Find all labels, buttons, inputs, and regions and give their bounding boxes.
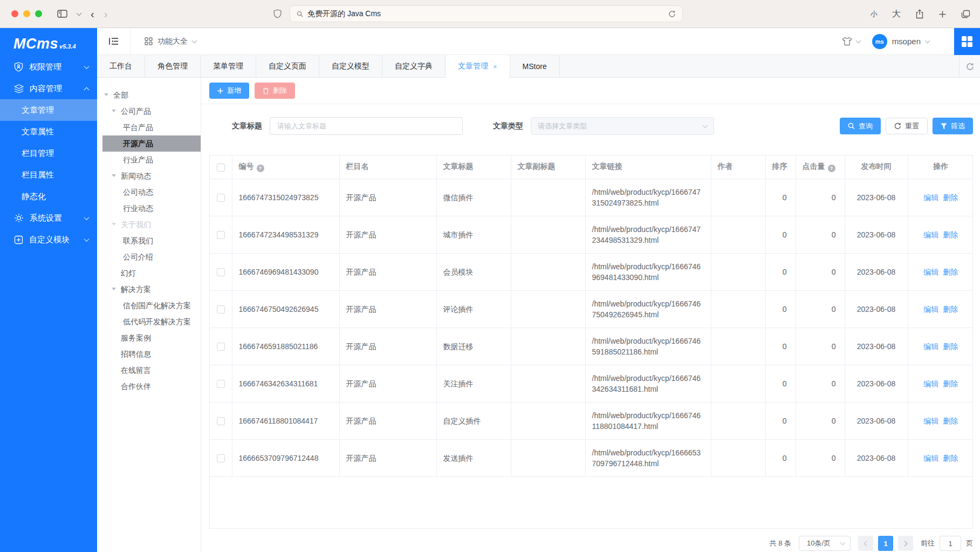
help-icon[interactable]: ? [257,165,264,172]
tree-node[interactable]: 信创国产化解决方案 [97,297,201,314]
delete-link[interactable]: 删除 [943,415,958,426]
tree-node[interactable]: 公司动态 [97,184,201,200]
tree-expand-icon[interactable] [112,174,116,177]
delete-link[interactable]: 删除 [943,192,958,203]
row-checkbox[interactable] [217,194,225,202]
row-checkbox[interactable] [217,454,225,462]
text-larger-button[interactable]: 大 [892,9,901,20]
close-window-button[interactable] [11,10,18,17]
tree-node[interactable]: 合作伙伴 [97,378,201,394]
edit-link[interactable]: 编辑 [923,304,938,315]
edit-link[interactable]: 编辑 [923,378,938,389]
minimize-window-button[interactable] [23,10,30,17]
delete-link[interactable]: 删除 [943,267,958,277]
tab[interactable]: 菜单管理 [201,55,256,78]
tree-node[interactable]: 开源产品 [102,135,201,152]
tab[interactable]: 自定义字典 [382,55,446,78]
browser-sidebar-toggle-icon[interactable] [57,10,67,18]
zoom-window-button[interactable] [35,10,42,17]
tree-node[interactable]: 低代码开发解决方案 [97,314,201,330]
tree-node[interactable]: 行业动态 [97,200,201,216]
privacy-shield-icon[interactable] [273,9,282,18]
tab[interactable]: 文章管理 × [446,55,510,78]
type-filter-select[interactable]: 请选择文章类型 [531,117,714,135]
tree-expand-icon[interactable] [112,110,116,112]
delete-link[interactable]: 删除 [943,378,958,389]
reload-icon[interactable] [668,10,676,18]
tree-node[interactable]: 在线留言 [97,362,201,378]
tab[interactable]: 自定义模型 [319,55,382,78]
row-checkbox[interactable] [217,305,225,314]
filter-button[interactable]: 筛选 [933,118,973,134]
tree-node[interactable]: 服务案例 [97,330,201,346]
row-checkbox[interactable] [217,231,225,239]
tree-expand-icon[interactable] [112,223,116,226]
prev-page-button[interactable] [858,536,873,551]
address-bar[interactable]: 免费开源的 Java Cms [290,5,683,22]
tree-node[interactable]: 公司产品 [97,103,201,119]
row-checkbox[interactable] [217,417,225,425]
edit-link[interactable]: 编辑 [923,192,938,203]
tab[interactable]: MStore [510,55,560,78]
edit-link[interactable]: 编辑 [923,341,938,352]
row-checkbox[interactable] [217,268,225,276]
tree-node[interactable]: 联系我们 [97,233,201,249]
title-filter-input[interactable] [270,117,463,135]
sidebar-item-system[interactable]: 系统设置 [0,207,97,229]
tree-node[interactable]: 解决方案 [97,281,201,297]
apps-grid-button[interactable] [954,28,980,55]
tab[interactable]: 角色管理 [145,55,201,78]
select-all-checkbox[interactable] [217,163,225,172]
edit-link[interactable]: 编辑 [923,453,938,464]
user-menu[interactable]: ms msopen [872,34,929,49]
delete-link[interactable]: 删除 [943,229,958,240]
sidebar-subitem[interactable]: 文章管理 [0,99,97,121]
tree-node[interactable]: 幻灯 [97,265,201,281]
delete-button[interactable]: 删除 [255,83,295,99]
tab[interactable]: 自定义页面 [256,55,319,78]
tree-node[interactable]: 公司介绍 [97,249,201,265]
sidebar-subitem[interactable]: 文章属性 [0,121,97,142]
page-number-button[interactable]: 1 [878,536,893,551]
new-tab-icon[interactable] [938,10,947,18]
delete-link[interactable]: 删除 [943,453,958,464]
sidebar-item-permission[interactable]: 权限管理 [0,56,97,78]
sidebar-subitem[interactable]: 栏目属性 [0,164,97,186]
tree-node[interactable]: 招聘信息 [97,346,201,362]
tree-node[interactable]: 新闻动态 [97,168,201,184]
sidebar-item-content[interactable]: 内容管理 [0,78,97,99]
add-button[interactable]: 新增 [209,83,249,99]
tree-node[interactable]: 全部 [97,87,201,103]
share-icon[interactable] [915,9,924,19]
sidebar-item-custom-module[interactable]: 自定义模块 [0,229,97,250]
app-menu-dropdown[interactable]: 功能大全 [145,37,196,46]
row-checkbox[interactable] [217,380,225,388]
goto-page-input[interactable] [940,536,961,551]
sidebar-subitem[interactable]: 静态化 [0,186,97,207]
tree-expand-icon[interactable] [104,93,108,96]
edit-link[interactable]: 编辑 [923,415,938,426]
theme-dropdown[interactable] [842,37,860,46]
tree-node[interactable]: 平台产品 [97,119,201,135]
delete-link[interactable]: 删除 [943,341,958,352]
search-button[interactable]: 查询 [840,118,881,134]
next-page-button[interactable] [898,536,913,551]
edit-link[interactable]: 编辑 [923,267,938,277]
delete-link[interactable]: 删除 [943,304,958,315]
tab-close-icon[interactable]: × [493,63,497,71]
tree-node[interactable]: 行业产品 [97,152,201,168]
tab[interactable]: 工作台 [97,55,145,78]
tab-refresh-button[interactable] [959,55,980,78]
forward-button[interactable]: › [104,9,108,19]
tab-overview-icon[interactable] [961,10,970,18]
back-button[interactable]: ‹ [91,9,94,19]
help-icon[interactable]: ? [828,165,835,172]
text-smaller-button[interactable]: 小 [871,9,878,19]
collapse-sidebar-button[interactable] [97,28,131,54]
edit-link[interactable]: 编辑 [923,229,938,240]
reset-button[interactable]: 重置 [886,118,928,134]
page-size-select[interactable]: 10条/页 [799,536,851,551]
row-checkbox[interactable] [217,343,225,351]
sidebar-chevron-icon[interactable] [77,10,82,16]
sidebar-subitem[interactable]: 栏目管理 [0,142,97,164]
